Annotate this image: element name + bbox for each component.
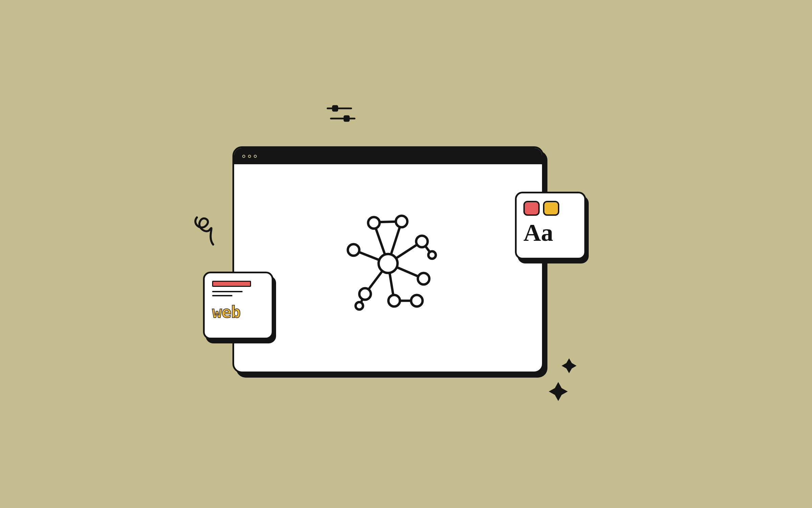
color-swatch-red xyxy=(523,201,540,216)
web-card: web xyxy=(203,272,273,339)
color-swatch-yellow xyxy=(543,201,559,216)
svg-point-19 xyxy=(356,302,363,310)
text-line-icon xyxy=(212,295,232,296)
sparkle-icon xyxy=(548,356,582,404)
color-swatches xyxy=(523,201,578,216)
svg-rect-25 xyxy=(344,116,349,121)
text-line-icon xyxy=(212,291,243,292)
svg-point-18 xyxy=(359,288,371,300)
browser-window xyxy=(232,146,544,373)
web-card-label: web xyxy=(212,302,264,321)
svg-point-14 xyxy=(348,244,359,256)
svg-point-12 xyxy=(368,217,380,229)
title-bar-accent xyxy=(212,281,251,287)
traffic-light-dot xyxy=(248,155,251,158)
svg-point-17 xyxy=(418,273,429,284)
window-titlebar xyxy=(234,148,542,164)
svg-point-21 xyxy=(411,295,423,306)
svg-rect-23 xyxy=(333,106,337,111)
network-graph-icon xyxy=(331,206,446,322)
traffic-light-dot xyxy=(242,155,245,158)
svg-point-13 xyxy=(396,216,407,227)
traffic-light-dot xyxy=(254,155,257,158)
typography-sample-label: Aa xyxy=(523,220,578,245)
svg-point-11 xyxy=(379,254,398,273)
svg-point-20 xyxy=(388,295,400,306)
squiggle-icon xyxy=(190,213,221,252)
sliders-icon xyxy=(325,102,357,127)
svg-point-16 xyxy=(428,251,436,259)
typography-card: Aa xyxy=(515,192,586,259)
svg-point-15 xyxy=(416,236,428,247)
